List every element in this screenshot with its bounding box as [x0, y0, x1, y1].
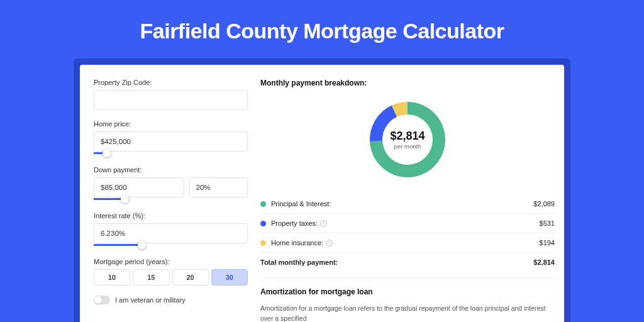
- zip-label: Property Zip Code:: [94, 79, 248, 86]
- period-button-20[interactable]: 20: [172, 269, 209, 286]
- donut-amount: $2,814: [390, 130, 425, 143]
- period-label: Mortgage period (years):: [94, 258, 248, 265]
- calculator-panel: Property Zip Code: Home price: Down paym…: [74, 58, 570, 322]
- donut-sub: per month: [390, 143, 425, 150]
- home-price-group: Home price:: [94, 120, 248, 156]
- period-button-15[interactable]: 15: [133, 269, 169, 286]
- info-icon[interactable]: ?: [320, 220, 327, 227]
- amortization-section: Amortization for mortgage loan Amortizat…: [260, 278, 555, 322]
- breakdown-label: Home insurance:?: [271, 239, 540, 247]
- breakdown-value: $2,089: [533, 200, 555, 208]
- donut-chart-wrap: $2,814 per month: [260, 95, 555, 189]
- donut-chart: $2,814 per month: [367, 99, 448, 180]
- interest-rate-slider[interactable]: [94, 243, 248, 248]
- inputs-column: Property Zip Code: Home price: Down paym…: [94, 79, 248, 322]
- breakdown-total-label: Total monthly payment:: [260, 258, 533, 266]
- period-options: 10152030: [94, 269, 248, 286]
- slider-track: [94, 198, 125, 200]
- down-payment-pct-input[interactable]: [189, 177, 248, 197]
- slider-thumb[interactable]: [138, 241, 146, 249]
- legend-dot: [260, 240, 266, 246]
- period-group: Mortgage period (years): 10152030: [94, 258, 248, 286]
- info-icon[interactable]: ?: [326, 240, 333, 247]
- slider-thumb[interactable]: [121, 195, 129, 203]
- results-column: Monthly payment breakdown: $2,814 per mo…: [260, 79, 555, 322]
- amortization-title: Amortization for mortgage loan: [260, 287, 555, 296]
- down-payment-group: Down payment:: [94, 166, 248, 202]
- interest-rate-group: Interest rate (%):: [94, 212, 248, 248]
- amortization-text: Amortization for a mortgage loan refers …: [260, 304, 555, 322]
- breakdown-row: Principal & Interest:$2,089: [260, 194, 555, 214]
- donut-center: $2,814 per month: [390, 130, 425, 150]
- home-price-slider[interactable]: [94, 151, 248, 156]
- veteran-row: I am veteran or military: [94, 296, 248, 304]
- veteran-toggle[interactable]: [94, 296, 110, 304]
- breakdown-total-value: $2,814: [533, 258, 555, 266]
- period-button-10[interactable]: 10: [94, 269, 130, 286]
- page-title: Fairfield County Mortgage Calculator: [0, 0, 644, 58]
- breakdown-total-row: Total monthly payment:$2,814: [260, 253, 555, 272]
- period-button-30[interactable]: 30: [211, 269, 248, 286]
- breakdown-list: Principal & Interest:$2,089Property taxe…: [260, 194, 555, 272]
- down-payment-input[interactable]: [94, 177, 184, 197]
- home-price-label: Home price:: [94, 120, 248, 128]
- interest-rate-label: Interest rate (%):: [94, 212, 248, 219]
- breakdown-title: Monthly payment breakdown:: [260, 79, 555, 87]
- slider-track: [94, 244, 142, 246]
- down-payment-slider[interactable]: [94, 197, 248, 202]
- breakdown-value: $531: [540, 219, 555, 227]
- calculator-body: Property Zip Code: Home price: Down paym…: [80, 65, 564, 322]
- slider-thumb[interactable]: [103, 149, 111, 157]
- breakdown-label: Principal & Interest:: [271, 200, 533, 208]
- breakdown-value: $194: [540, 239, 555, 247]
- down-payment-label: Down payment:: [94, 166, 248, 174]
- breakdown-row: Home insurance:?$194: [260, 233, 555, 253]
- legend-dot: [260, 221, 266, 226]
- zip-input[interactable]: [94, 90, 248, 110]
- breakdown-row: Property taxes:?$531: [260, 214, 555, 233]
- zip-group: Property Zip Code:: [94, 79, 248, 110]
- home-price-input[interactable]: [94, 131, 248, 152]
- breakdown-label: Property taxes:?: [271, 219, 540, 227]
- legend-dot: [260, 201, 266, 207]
- veteran-label: I am veteran or military: [115, 296, 186, 304]
- interest-rate-input[interactable]: [94, 223, 248, 243]
